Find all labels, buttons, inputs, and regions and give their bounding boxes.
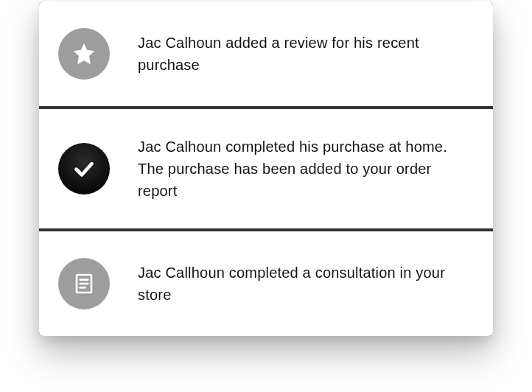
notification-list: Jac Calhoun added a review for his recen…	[39, 1, 493, 336]
notification-text: Jac Calhoun added a review for his recen…	[138, 32, 447, 76]
check-icon	[58, 143, 110, 195]
notification-text: Jac Callhoun completed a consultation in…	[138, 262, 447, 306]
notification-text: Jac Calhoun completed his purchase at ho…	[138, 136, 447, 202]
notification-item[interactable]: Jac Calhoun added a review for his recen…	[39, 1, 493, 106]
star-icon	[58, 28, 110, 80]
document-icon	[58, 258, 110, 309]
notification-item[interactable]: Jac Callhoun completed a consultation in…	[39, 231, 493, 336]
notification-item[interactable]: Jac Calhoun completed his purchase at ho…	[39, 109, 493, 228]
